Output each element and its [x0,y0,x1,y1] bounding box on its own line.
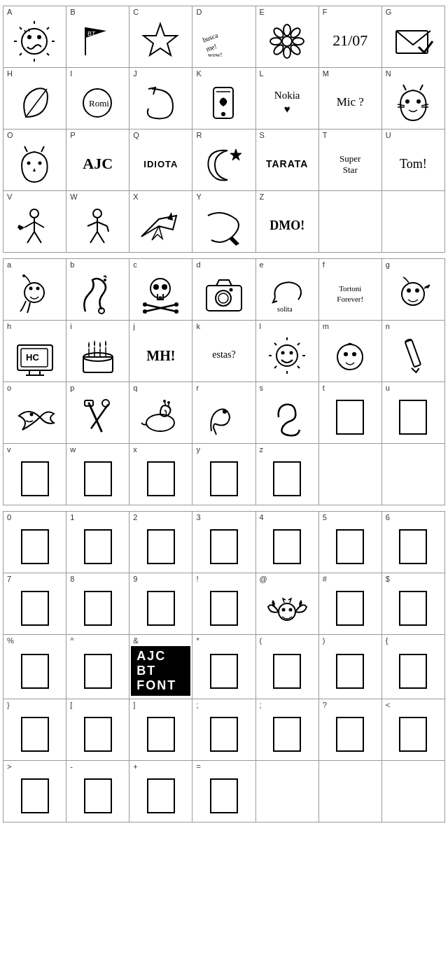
cell-I: I Romi [66,68,130,130]
svg-point-21 [284,47,290,58]
cell-8: 8 [66,573,130,635]
empty-glyph-plus [147,778,175,813]
cell-A: A [4,6,66,68]
svg-point-9 [27,35,31,39]
svg-line-7 [47,27,49,29]
empty-glyph-v [21,461,49,496]
cell-i: i [66,321,130,382]
cell-g: g [382,259,445,321]
svg-line-5 [20,27,22,29]
empty-glyph-4 [273,529,301,564]
svg-text:BT: BT [88,30,96,37]
svg-point-70 [143,309,147,314]
svg-point-74 [218,293,228,303]
cell-m: m [319,321,382,382]
cell-C: C [130,6,192,68]
empty-glyph-exclaim [210,591,238,626]
moon-star-icon [201,144,246,186]
svg-point-105 [344,352,348,356]
a-creature-icon [12,273,57,315]
svg-text:Romi: Romi [89,98,109,108]
r-creature-icon [201,396,246,438]
svg-line-8 [20,53,22,55]
empty-glyph-9 [147,591,175,626]
svg-point-57 [29,286,33,290]
cell-gt: > [4,761,66,822]
cell-E: E [256,6,319,68]
svg-text:HC: HC [26,352,39,363]
empty-glyph-question [336,717,364,752]
empty-glyph-equals [210,778,238,813]
empty-glyph-asterisk [210,654,238,689]
sun-face-icon [12,20,57,62]
svg-point-71 [174,309,178,314]
svg-line-98 [274,343,276,345]
svg-point-43 [30,209,38,218]
empty-glyph-3 [210,529,238,564]
cell-5: 5 [319,512,382,573]
empty-glyph-0 [21,529,49,564]
cell-d: d [192,259,255,321]
svg-point-41 [38,161,42,164]
s-hand-icon [265,396,310,438]
empty-glyph-u [399,400,427,435]
cell-j: j MH! [130,321,192,382]
cell-Q: Q IDIOTA [130,130,192,191]
svg-line-99 [298,366,300,368]
svg-point-34 [405,99,410,104]
cell-c: c [130,259,192,321]
svg-point-19 [282,36,292,46]
svg-point-79 [415,288,419,293]
cell-D: D busca me! wow! [192,6,255,68]
svg-text:busca: busca [202,31,220,43]
b-snake-icon [75,273,120,315]
empty-glyph-gt [21,778,49,813]
cell-sym-empty2 [319,761,382,822]
empty-glyph-lparen [273,654,301,689]
svg-line-12 [29,29,29,31]
cell-X: X [130,191,192,253]
empty-glyph-dollar [399,591,427,626]
solita-icon: solita [265,273,310,315]
cell-p: p [66,382,130,444]
svg-text:wow!: wow! [208,51,223,58]
svg-point-104 [337,344,363,370]
cell-N: N [382,68,445,130]
svg-line-55 [107,226,108,232]
svg-line-48 [34,232,41,243]
empty-glyph-rparen [336,654,364,689]
svg-marker-42 [230,149,241,160]
star-icon [138,20,183,62]
cell-rbracket: ] [130,699,192,761]
cell-semicolon1: ; [192,699,255,761]
svg-point-69 [174,302,178,307]
cell-e: e solita [256,259,319,321]
cell-hash: # [319,573,382,635]
empty-glyph-t [336,400,364,435]
svg-line-36 [398,104,405,106]
cell-w: w [66,444,130,505]
empty-glyph-6 [399,529,427,564]
cell-x: x [130,444,192,505]
cell-J: J [130,68,192,130]
cell-o: o [4,382,66,444]
svg-point-56 [24,283,44,302]
cell-1: 1 [66,512,130,573]
y-swoosh-icon [201,205,246,247]
cell-ampersand: & AJC BT FONT [130,635,192,699]
empty-glyph-y [210,461,238,496]
empty-glyph-lt [399,717,427,752]
cell-F: F 21/07 [319,6,382,68]
cell-G: G [382,6,445,68]
cell-q: q [130,382,192,444]
cake-icon [75,335,120,377]
svg-point-116 [163,400,166,402]
svg-point-58 [36,286,40,290]
ajc-font-label: AJC BT FONT [131,646,190,696]
cell-4: 4 [256,512,319,573]
cell-O: O [4,130,66,191]
cell-S: S TARATA [256,130,319,191]
svg-point-40 [27,161,31,164]
cell-r: r [192,382,255,444]
svg-line-101 [274,366,276,368]
